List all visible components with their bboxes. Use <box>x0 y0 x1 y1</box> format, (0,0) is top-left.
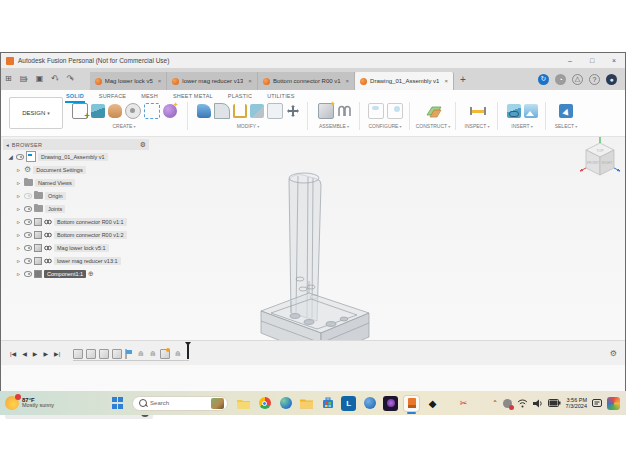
timeline-component-icon[interactable] <box>86 349 96 359</box>
file-menu-icon[interactable]: ▤▾ <box>16 69 32 89</box>
browser-row-joints[interactable]: ▹ Joints <box>3 202 149 215</box>
form-icon[interactable] <box>108 104 122 118</box>
inkscape-icon[interactable]: ◆ <box>425 396 440 411</box>
save-icon[interactable]: ▣ <box>32 69 48 89</box>
app-grid-icon[interactable]: ⊞ <box>1 69 16 89</box>
construct-group-label[interactable]: CONSTRUCT <box>413 123 453 129</box>
timeline-component-icon[interactable] <box>99 349 109 359</box>
close-tab-icon[interactable]: × <box>444 78 448 84</box>
eye-icon[interactable] <box>24 219 32 225</box>
browser-row-origin[interactable]: ▹ Origin <box>3 189 149 202</box>
browser-row-named-views[interactable]: ▹ Named Views <box>3 176 149 189</box>
expander-icon[interactable]: ▹ <box>15 205 22 212</box>
redo-icon[interactable]: ↷▾ <box>63 69 78 89</box>
expander-icon[interactable]: ▹ <box>15 270 22 277</box>
assemble-group-label[interactable]: ASSEMBLE <box>311 123 357 129</box>
timeline-settings-gear-icon[interactable]: ⚙ <box>610 349 617 358</box>
timeline-joint-icon[interactable]: ⋒ <box>136 349 145 359</box>
expander-icon[interactable]: ▹ <box>15 244 22 251</box>
battery-icon[interactable] <box>548 399 561 407</box>
eye-icon[interactable] <box>24 193 32 199</box>
edge-icon[interactable] <box>278 396 293 411</box>
eye-icon[interactable] <box>24 206 32 212</box>
timeline-new-component-icon[interactable] <box>160 349 170 359</box>
patterned-app-icon[interactable] <box>383 396 398 411</box>
pattern-icon[interactable] <box>144 103 160 119</box>
browser-row-component[interactable]: ▹ Mag lower lock v5:1 <box>3 241 149 254</box>
notification-center-icon[interactable] <box>592 398 602 408</box>
tray-expand-icon[interactable]: ⌃ <box>492 399 497 407</box>
clock-status-icon[interactable]: ◔ <box>555 74 566 85</box>
press-pull-icon[interactable] <box>197 104 211 118</box>
assembly-3d-model[interactable] <box>251 161 381 361</box>
joint-icon[interactable] <box>337 104 351 118</box>
timeline-joint-icon[interactable]: ⋒ <box>148 349 157 359</box>
file-explorer-icon[interactable] <box>236 396 251 411</box>
taskbar-clock[interactable]: 3:56 PM 7/3/2024 <box>566 397 587 409</box>
fusion-taskbar-icon[interactable] <box>404 396 419 411</box>
create-sketch-icon[interactable]: + <box>72 103 88 119</box>
select-group-label[interactable]: SELECT <box>549 123 583 129</box>
browser-row-component-selected[interactable]: ▹ Component1:1 ⊕ <box>3 267 149 280</box>
sync-alert-icon[interactable] <box>503 399 512 408</box>
l-app-icon[interactable]: L <box>341 396 356 411</box>
eye-icon[interactable] <box>24 232 32 238</box>
minimize-button[interactable]: – <box>559 54 581 68</box>
workspace-selector[interactable]: DESIGN <box>9 97 63 129</box>
document-tab[interactable]: lower mag reducer v13 × <box>167 72 258 90</box>
close-button[interactable]: × <box>603 54 625 68</box>
select-icon[interactable]: ▶ <box>559 104 573 118</box>
configure-group-label[interactable]: CONFIGURE <box>363 123 407 129</box>
taskbar-search[interactable]: Search <box>132 396 228 411</box>
new-tab-button[interactable]: + <box>454 74 472 85</box>
document-tab[interactable]: Bottom connector R00 v1 × <box>258 72 355 90</box>
go-to-end-icon[interactable]: ▶| <box>51 350 63 357</box>
configure-table-icon[interactable] <box>368 103 384 119</box>
revolve-icon[interactable] <box>125 103 141 119</box>
close-tab-icon[interactable]: × <box>158 78 162 84</box>
chrome-icon[interactable] <box>257 396 272 411</box>
construct-plane-icon[interactable] <box>426 104 440 118</box>
viewcube-top-label[interactable]: TOP <box>596 149 604 153</box>
browser-settings-gear-icon[interactable]: ⚙ <box>140 141 146 149</box>
view-cube[interactable]: TOP FRONT RIGHT <box>579 137 621 183</box>
search-daily-image[interactable] <box>211 398 224 409</box>
step-forward-icon[interactable]: ▶ <box>40 350 51 357</box>
row-badge-icon[interactable]: ⊕ <box>88 270 94 278</box>
undo-icon[interactable]: ↶▾ <box>47 69 62 89</box>
document-tab-active[interactable]: Drawing_01_Assembly v1 × <box>355 72 454 90</box>
timeline-playhead[interactable] <box>187 345 189 359</box>
timeline-flag-icon[interactable] <box>125 349 133 359</box>
windows-start-button[interactable] <box>112 397 124 409</box>
measure-icon[interactable] <box>470 104 484 118</box>
browser-row-root[interactable]: ◢ Drawing_01_Assembly v1 <box>3 150 149 163</box>
browser-row-document-settings[interactable]: ▹ ⚙ Document Settings <box>3 163 149 176</box>
eye-icon[interactable] <box>24 271 32 277</box>
play-icon[interactable]: ▶ <box>30 350 41 357</box>
eye-icon[interactable] <box>24 258 32 264</box>
move-copy-icon[interactable] <box>286 104 300 118</box>
extrude-icon[interactable] <box>91 104 105 118</box>
inspect-group-label[interactable]: INSPECT <box>459 123 495 129</box>
insert-group-label[interactable]: INSERT <box>501 123 543 129</box>
maximize-button[interactable]: □ <box>581 54 603 68</box>
combine-icon[interactable] <box>250 104 264 118</box>
widgets-icon[interactable] <box>607 397 620 410</box>
expander-icon[interactable]: ▹ <box>15 166 22 173</box>
eye-icon[interactable] <box>24 245 32 251</box>
expander-icon[interactable]: ▹ <box>15 231 22 238</box>
close-tab-icon[interactable]: × <box>346 78 350 84</box>
go-to-start-icon[interactable]: |◀ <box>7 350 19 357</box>
offset-face-icon[interactable] <box>267 103 283 119</box>
snip-tool-icon[interactable]: ✂ <box>456 396 471 411</box>
new-component-icon[interactable]: ✦ <box>318 103 334 119</box>
create-form-icon[interactable]: ✦ <box>163 104 177 118</box>
browser-row-component[interactable]: ▹ Bottom connector R00 v1:1 <box>3 215 149 228</box>
avatar[interactable]: ● <box>606 74 617 85</box>
document-tab[interactable]: Mag lower lock v5 × <box>90 72 168 90</box>
expander-icon[interactable]: ▹ <box>15 257 22 264</box>
volume-icon[interactable] <box>533 399 543 408</box>
viewcube-front-label[interactable]: FRONT <box>587 161 600 165</box>
microsoft-store-icon[interactable] <box>320 396 335 411</box>
close-tab-icon[interactable]: × <box>248 78 252 84</box>
